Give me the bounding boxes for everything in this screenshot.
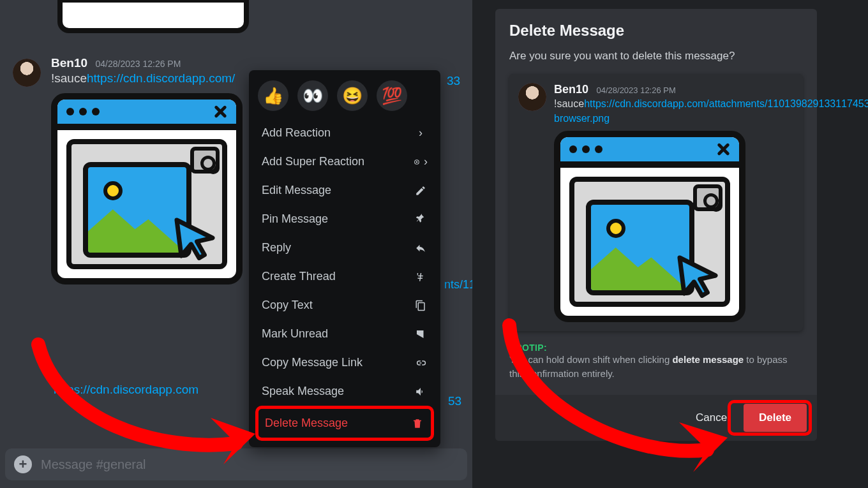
pin-icon: [414, 214, 428, 225]
context-menu: 👍 👀 😆 💯 Add Reaction › Add Super Reactio…: [249, 70, 440, 447]
super-chevron-icon: ›: [414, 155, 428, 168]
react-eyes[interactable]: 👀: [297, 80, 328, 111]
menu-label: Create Thread: [262, 270, 336, 283]
thread-icon: [414, 271, 428, 283]
menu-copy-text[interactable]: Copy Text: [255, 291, 434, 320]
link-icon: [414, 357, 428, 369]
menu-label: Speak Message: [262, 385, 344, 398]
avatar[interactable]: [13, 59, 41, 87]
preview-timestamp: 04/28/2023 12:26 PM: [596, 85, 675, 95]
link-peek-right: 33: [447, 74, 460, 88]
menu-create-thread[interactable]: Create Thread: [255, 262, 434, 291]
previous-embed-partial: [57, 0, 249, 33]
menu-edit-message[interactable]: Edit Message: [255, 176, 434, 205]
menu-label: Copy Text: [262, 299, 313, 312]
magnifier-icon: [693, 184, 722, 211]
protip-hint: You can hold down shift when clicking de…: [509, 353, 803, 381]
menu-reply[interactable]: Reply: [255, 233, 434, 262]
message-composer[interactable]: +: [5, 448, 467, 480]
menu-add-super-reaction[interactable]: Add Super Reaction ›: [255, 147, 434, 176]
protip: PROTIP: You can hold down shift when cli…: [509, 343, 803, 383]
menu-label: Add Reaction: [262, 126, 331, 140]
preview-embed: [554, 131, 745, 322]
svg-point-1: [416, 161, 418, 163]
menu-add-reaction[interactable]: Add Reaction ›: [255, 119, 434, 147]
cancel-button[interactable]: Cancel: [687, 405, 738, 431]
image-embed[interactable]: [51, 93, 243, 285]
chevron-right-icon: ›: [414, 126, 428, 140]
link-peek-bg1: nts/110: [444, 278, 472, 292]
quick-reactions: 👍 👀 😆 💯: [255, 77, 434, 119]
preview-author: Ben10: [554, 83, 588, 96]
protip-label: PROTIP:: [509, 343, 803, 353]
message-timestamp: 04/28/2023 12:26 PM: [95, 59, 181, 69]
menu-pin-message[interactable]: Pin Message: [255, 205, 434, 233]
menu-label: Reply: [262, 241, 291, 255]
preview-text: !saucehttps://cdn.discordapp.com/attachm…: [554, 96, 794, 126]
delete-message-modal: Delete Message Are you sure you want to …: [495, 9, 817, 441]
menu-speak-message[interactable]: Speak Message: [255, 377, 434, 406]
author-name[interactable]: Ben10: [51, 56, 87, 70]
embed-source-url[interactable]: https://cdn.discordapp.com: [54, 383, 198, 397]
menu-delete-message[interactable]: Delete Message: [255, 406, 434, 441]
speaker-icon: [414, 386, 428, 397]
message-link[interactable]: https://cdn.discordapp.com/: [87, 71, 235, 85]
modal-title: Delete Message: [509, 22, 803, 40]
menu-label: Edit Message: [262, 184, 331, 197]
menu-label: Add Super Reaction: [262, 155, 364, 168]
browser-icon: [51, 93, 243, 285]
delete-button[interactable]: Delete: [744, 404, 807, 432]
copy-icon: [414, 300, 428, 311]
trash-icon: [410, 418, 424, 429]
preview-prefix: !sauce: [554, 98, 584, 109]
menu-label: Delete Message: [265, 417, 348, 430]
magnifier-icon: [190, 147, 220, 174]
modal-buttons: Cancel Delete: [495, 395, 817, 441]
attach-button[interactable]: +: [14, 455, 32, 473]
modal-question: Are you sure you want to delete this mes…: [509, 50, 803, 63]
react-100[interactable]: 💯: [377, 80, 407, 111]
menu-copy-message-link[interactable]: Copy Message Link: [255, 348, 434, 377]
react-laugh[interactable]: 😆: [337, 80, 368, 111]
pencil-icon: [414, 185, 428, 196]
message-text-prefix: !sauce: [51, 71, 87, 85]
menu-label: Pin Message: [262, 212, 328, 226]
menu-label: Mark Unread: [262, 327, 328, 341]
avatar: [518, 83, 546, 111]
link-peek-bg2: 53: [448, 394, 461, 408]
cursor-icon: [675, 253, 720, 298]
react-thumbs-up[interactable]: 👍: [258, 80, 288, 111]
reply-icon: [414, 242, 428, 254]
mark-unread-icon: [414, 329, 428, 340]
message-input[interactable]: [41, 457, 458, 472]
message-preview: Ben10 04/28/2023 12:26 PM !saucehttps://…: [509, 74, 803, 331]
menu-label: Copy Message Link: [262, 356, 363, 369]
menu-mark-unread[interactable]: Mark Unread: [255, 320, 434, 348]
left-screenshot: Ben10 04/28/2023 12:26 PM !saucehttps://…: [0, 0, 472, 488]
cursor-icon: [172, 216, 217, 260]
